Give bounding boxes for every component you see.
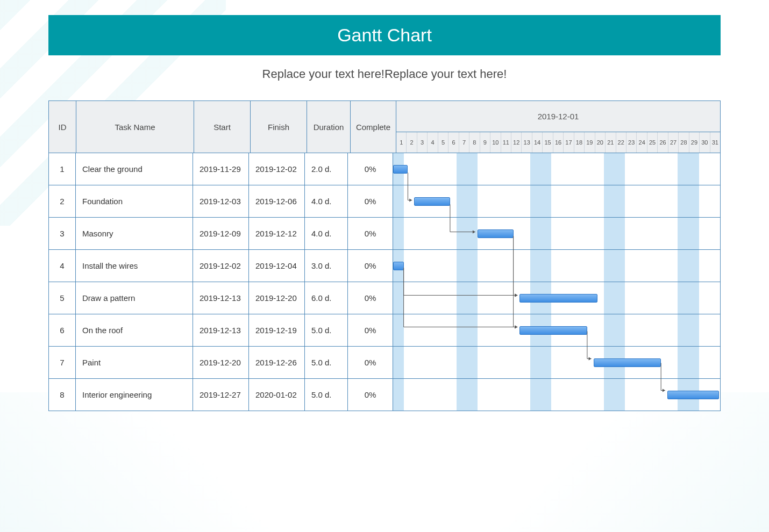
cell-duration: 4.0 d. xyxy=(305,185,348,217)
cell-complete: 0% xyxy=(348,379,393,411)
timeline-row xyxy=(393,314,720,346)
cell-start: 2019-12-09 xyxy=(193,218,249,249)
cell-id: 7 xyxy=(49,347,76,378)
table-row: 4Install the wires2019-12-022019-12-043.… xyxy=(49,249,720,282)
table-row: 7Paint2019-12-202019-12-265.0 d.0% xyxy=(49,346,720,378)
cell-name: Clear the ground xyxy=(76,153,193,185)
timeline-day: 29 xyxy=(689,132,700,153)
cell-complete: 0% xyxy=(348,250,393,282)
timeline-row xyxy=(393,250,720,282)
gantt-bar[interactable] xyxy=(393,262,404,270)
cell-finish: 2019-12-26 xyxy=(249,347,305,378)
timeline-row xyxy=(393,282,720,314)
cell-name: Install the wires xyxy=(76,250,193,282)
cell-name: Interior engineering xyxy=(76,379,193,411)
timeline-day: 9 xyxy=(480,132,490,153)
cell-id: 4 xyxy=(49,250,76,282)
col-header-complete: Complete xyxy=(351,101,396,153)
cell-complete: 0% xyxy=(348,153,393,185)
cell-finish: 2020-01-02 xyxy=(249,379,305,411)
gantt-bar[interactable] xyxy=(667,391,719,399)
col-header-name: Task Name xyxy=(76,101,194,153)
timeline-day: 27 xyxy=(668,132,679,153)
cell-start: 2019-11-29 xyxy=(193,153,249,185)
cell-name: Paint xyxy=(76,347,193,378)
timeline-day: 24 xyxy=(637,132,647,153)
timeline-day: 28 xyxy=(679,132,689,153)
cell-start: 2019-12-02 xyxy=(193,250,249,282)
timeline-day: 16 xyxy=(553,132,564,153)
cell-complete: 0% xyxy=(348,218,393,249)
gantt-bar[interactable] xyxy=(393,165,408,174)
cell-start: 2019-12-13 xyxy=(193,314,249,346)
timeline-day: 6 xyxy=(448,132,459,153)
timeline-day: 15 xyxy=(543,132,553,153)
timeline-row xyxy=(393,153,720,185)
cell-complete: 0% xyxy=(348,185,393,217)
timeline-day: 14 xyxy=(532,132,543,153)
chart-title: Gantt Chart xyxy=(48,15,721,55)
timeline-day: 22 xyxy=(616,132,626,153)
col-header-duration: Duration xyxy=(307,101,351,153)
cell-name: On the roof xyxy=(76,314,193,346)
cell-finish: 2019-12-02 xyxy=(249,153,305,185)
table-row: 2Foundation2019-12-032019-12-064.0 d.0% xyxy=(49,185,720,217)
gantt-bar[interactable] xyxy=(594,358,661,367)
cell-complete: 0% xyxy=(348,282,393,314)
timeline-day: 30 xyxy=(700,132,710,153)
cell-id: 5 xyxy=(49,282,76,314)
table-row: 5Draw a pattern2019-12-132019-12-206.0 d… xyxy=(49,282,720,314)
table-row: 6On the roof2019-12-132019-12-195.0 d.0% xyxy=(49,314,720,346)
table-row: 8Interior engineering2019-12-272020-01-0… xyxy=(49,378,720,411)
cell-start: 2019-12-20 xyxy=(193,347,249,378)
cell-duration: 4.0 d. xyxy=(305,218,348,249)
gantt-bar[interactable] xyxy=(519,326,587,335)
cell-name: Foundation xyxy=(76,185,193,217)
timeline-day: 5 xyxy=(438,132,448,153)
cell-name: Draw a pattern xyxy=(76,282,193,314)
timeline-day: 19 xyxy=(585,132,595,153)
cell-duration: 5.0 d. xyxy=(305,347,348,378)
cell-duration: 5.0 d. xyxy=(305,379,348,411)
timeline-days: 1234567891011121314151617181920212223242… xyxy=(396,132,720,153)
timeline-day: 2 xyxy=(407,132,417,153)
timeline-day: 3 xyxy=(417,132,428,153)
table-row: 1Clear the ground2019-11-292019-12-022.0… xyxy=(49,153,720,185)
cell-id: 6 xyxy=(49,314,76,346)
cell-complete: 0% xyxy=(348,314,393,346)
timeline-day: 21 xyxy=(606,132,616,153)
timeline-day: 11 xyxy=(501,132,511,153)
cell-id: 8 xyxy=(49,379,76,411)
gantt-bar[interactable] xyxy=(519,294,597,303)
cell-finish: 2019-12-12 xyxy=(249,218,305,249)
gantt-rows: 1Clear the ground2019-11-292019-12-022.0… xyxy=(49,153,720,411)
cell-start: 2019-12-13 xyxy=(193,282,249,314)
cell-duration: 5.0 d. xyxy=(305,314,348,346)
timeline-label: 2019-12-01 xyxy=(396,101,720,132)
cell-finish: 2019-12-06 xyxy=(249,185,305,217)
cell-duration: 2.0 d. xyxy=(305,153,348,185)
timeline-row xyxy=(393,185,720,217)
cell-complete: 0% xyxy=(348,347,393,378)
gantt-bar[interactable] xyxy=(414,197,450,206)
timeline-day: 18 xyxy=(574,132,585,153)
timeline-row xyxy=(393,218,720,249)
col-header-finish: Finish xyxy=(251,101,307,153)
timeline-day: 20 xyxy=(595,132,606,153)
timeline-day: 12 xyxy=(511,132,522,153)
gantt-container: ID Task Name Start Finish Duration Compl… xyxy=(48,100,721,411)
timeline-day: 17 xyxy=(564,132,574,153)
cell-id: 1 xyxy=(49,153,76,185)
cell-finish: 2019-12-04 xyxy=(249,250,305,282)
cell-finish: 2019-12-19 xyxy=(249,314,305,346)
col-header-start: Start xyxy=(194,101,251,153)
cell-name: Masonry xyxy=(76,218,193,249)
timeline-day: 25 xyxy=(647,132,658,153)
timeline-day: 4 xyxy=(428,132,438,153)
cell-duration: 6.0 d. xyxy=(305,282,348,314)
timeline-day: 13 xyxy=(522,132,532,153)
cell-id: 2 xyxy=(49,185,76,217)
cell-start: 2019-12-27 xyxy=(193,379,249,411)
gantt-bar[interactable] xyxy=(478,229,514,238)
gantt-header: ID Task Name Start Finish Duration Compl… xyxy=(49,101,720,153)
